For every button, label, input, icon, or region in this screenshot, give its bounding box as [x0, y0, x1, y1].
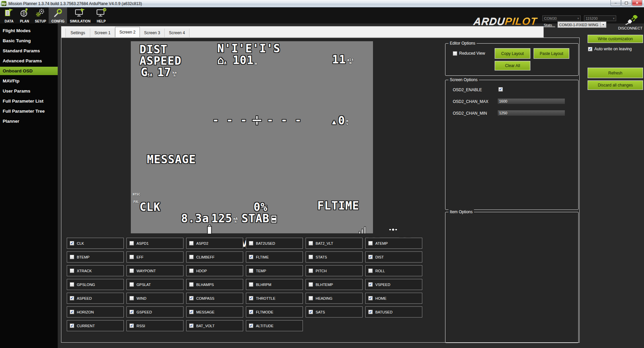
sidebar-item-full-parameter-list[interactable]: Full Parameter List: [0, 97, 58, 105]
osd-item-climbeff[interactable]: CLIMBEFF: [186, 251, 243, 263]
copy-layout-button[interactable]: Copy Layout: [495, 48, 530, 59]
osd-current-item[interactable]: 8.3a: [181, 213, 209, 225]
osd-item-rssi-checkbox[interactable]: ✔: [129, 324, 134, 328]
osd-compass-item[interactable]: N'I'E'I'S: [217, 43, 280, 55]
osd-item-climbeff-checkbox[interactable]: [189, 255, 194, 259]
paste-layout-button[interactable]: Paste Layout: [534, 48, 569, 59]
osd-batused-item[interactable]: 125 mAh: [211, 213, 238, 225]
osd-item-home[interactable]: ✔HOME: [365, 293, 422, 304]
sidebar-item-standard-params[interactable]: Standard Params: [0, 47, 58, 55]
osd-item-message[interactable]: ✔MESSAGE: [186, 306, 243, 317]
osd-item-temp[interactable]: TEMP: [246, 265, 303, 276]
osd-item-current-checkbox[interactable]: ✔: [70, 324, 74, 328]
osd-item-bat2-vlt[interactable]: BAT2_VLT: [306, 238, 363, 249]
osd-item-wind[interactable]: WIND: [126, 293, 183, 304]
sidebar-item-full-parameter-tree[interactable]: Full Parameter Tree: [0, 107, 58, 115]
osd-item-blhamps-checkbox[interactable]: [189, 282, 194, 287]
osd-item-batused-checkbox[interactable]: ✔: [368, 310, 373, 314]
osd-item-hdop-checkbox[interactable]: [189, 269, 194, 273]
tab-screen-2[interactable]: Screen 2: [115, 27, 140, 37]
osd-item-hdop[interactable]: HDOP: [186, 265, 243, 276]
osd-item-vspeed-checkbox[interactable]: ✔: [368, 282, 373, 287]
osd-item-compass[interactable]: ✔COMPASS: [186, 293, 243, 304]
osd-item-pitch-checkbox[interactable]: [309, 269, 313, 273]
osd-item-fltime-checkbox[interactable]: ✔: [249, 255, 253, 259]
disconnect-button[interactable]: DISCONNECT: [616, 26, 644, 30]
osd-item-gpslong[interactable]: GPSLONG: [67, 279, 124, 290]
osd-item-aspd1[interactable]: ASPD1: [126, 238, 183, 249]
osd-item-fltime[interactable]: ✔FLTIME: [246, 251, 303, 263]
osd-item-gpslong-checkbox[interactable]: [70, 282, 74, 287]
osd-aspeed-item[interactable]: ASPEED: [140, 55, 181, 67]
osd-item-throttle-checkbox[interactable]: ✔: [249, 296, 253, 300]
osd-gspeed-item[interactable]: Gs∧ 17 kmh: [141, 67, 177, 78]
osd-item-fltmode-checkbox[interactable]: ✔: [249, 310, 253, 314]
osd-item-sats-checkbox[interactable]: ✔: [309, 310, 313, 314]
osd-clk-item[interactable]: CLK: [140, 201, 161, 213]
osd-item-xtrack[interactable]: XTRACK: [67, 265, 124, 276]
osd-item-blhamps[interactable]: BLHAMPS: [186, 279, 243, 290]
osd-item-dist[interactable]: ✔DIST: [365, 251, 422, 263]
osd-item-gpslat[interactable]: GPSLAT: [126, 279, 183, 290]
osd-item-pitch[interactable]: PITCH: [306, 265, 363, 276]
reduced-view-option[interactable]: Reduced View: [453, 51, 485, 56]
osd-item-eff[interactable]: EFF: [126, 251, 183, 263]
connection-profile-select[interactable]: COM30-1-FIXED WING ▾: [557, 21, 606, 28]
osd-item-horizon-checkbox[interactable]: ✔: [70, 310, 74, 314]
osd-item-heading-checkbox[interactable]: [309, 296, 313, 300]
osd-item-current[interactable]: ✔CURRENT: [67, 320, 124, 331]
osd2-chan-min-input[interactable]: [498, 110, 565, 116]
discard-all-changes-button[interactable]: Discard all changes: [588, 80, 643, 90]
osd-item-roll[interactable]: ROLL: [365, 265, 422, 276]
osd-throttle-item[interactable]: 0%: [254, 201, 268, 213]
osd-item-stats[interactable]: STATS: [306, 251, 363, 263]
osd2-chan-max-input[interactable]: [498, 99, 565, 104]
chevron-down-icon[interactable]: ▾: [600, 22, 606, 27]
com-port-select[interactable]: COM30 ▾: [542, 15, 581, 21]
osd-item-gspeed-checkbox[interactable]: ✔: [129, 310, 134, 314]
osd-altitude-item[interactable]: 11 altm: [332, 54, 354, 66]
close-button[interactable]: ✕: [632, 0, 642, 6]
osd-item-horizon[interactable]: ✔HORIZON: [67, 306, 124, 317]
toolbar-simulation-button[interactable]: SIMULATION: [67, 7, 93, 23]
osd-item-vspeed[interactable]: ✔VSPEED: [365, 279, 422, 290]
osd-fltime-item[interactable]: FLTIME: [317, 200, 359, 212]
disconnect-plug-icon[interactable]: [625, 15, 639, 26]
osd-item-blhtemp-checkbox[interactable]: [309, 282, 313, 287]
osd2-enable-checkbox[interactable]: ✔: [498, 87, 503, 92]
osd-item-bat2used[interactable]: BAT2USED: [246, 238, 303, 249]
osd-item-atemp-checkbox[interactable]: [368, 241, 373, 245]
write-customization-button[interactable]: Write customization: [588, 35, 643, 43]
osd-item-compass-checkbox[interactable]: ✔: [189, 296, 194, 300]
osd-item-waypoint-checkbox[interactable]: [129, 269, 134, 273]
osd-dist-item[interactable]: DIST: [140, 44, 167, 56]
osd-item-eff-checkbox[interactable]: [129, 255, 134, 259]
sidebar-item-basic-tuning[interactable]: Basic Tuning: [0, 37, 58, 45]
osd-item-blhrpm-checkbox[interactable]: [249, 282, 253, 287]
toolbar-help-button[interactable]: ?HELP: [93, 7, 109, 23]
osd-item-heading[interactable]: HEADING: [306, 293, 363, 304]
tab-screen-3[interactable]: Screen 3: [140, 28, 165, 37]
toolbar-setup-button[interactable]: SETUP: [32, 7, 49, 23]
osd-item-wind-checkbox[interactable]: [129, 296, 134, 300]
auto-write-checkbox[interactable]: ✔: [588, 47, 592, 51]
osd-message-item[interactable]: MESSAGE: [147, 154, 196, 166]
osd-item-blhtemp[interactable]: BLHTEMP: [306, 279, 363, 290]
sidebar-item-flight-modes[interactable]: Flight Modes: [0, 26, 58, 35]
osd-item-batused[interactable]: ✔BATUSED: [365, 306, 422, 317]
sidebar-item-user-params[interactable]: User Params: [0, 87, 58, 95]
osd-item-xtrack-checkbox[interactable]: [70, 269, 74, 273]
osd-item-sats[interactable]: ✔SATS: [306, 306, 363, 317]
stats-link[interactable]: Stats...: [544, 23, 555, 27]
osd-item-clk-checkbox[interactable]: ✔: [70, 241, 74, 245]
osd-preview[interactable]: DIST N'I'E'I'S ASPEED ⌂∧ 101 m 11 altm G…: [131, 41, 373, 233]
osd-item-temp-checkbox[interactable]: [249, 269, 253, 273]
osd-item-aspeed[interactable]: ✔ASPEED: [67, 293, 124, 304]
reduced-view-checkbox[interactable]: [453, 51, 457, 56]
minimize-button[interactable]: –: [610, 0, 621, 6]
clear-all-button[interactable]: Clear All: [495, 61, 530, 70]
osd-item-bat2-vlt-checkbox[interactable]: [309, 241, 313, 245]
osd-item-rssi[interactable]: ✔RSSI: [126, 320, 183, 331]
osd-item-altitude[interactable]: ✔ALTITUDE: [246, 320, 303, 331]
baud-rate-select[interactable]: 115200 ▾: [584, 15, 616, 21]
